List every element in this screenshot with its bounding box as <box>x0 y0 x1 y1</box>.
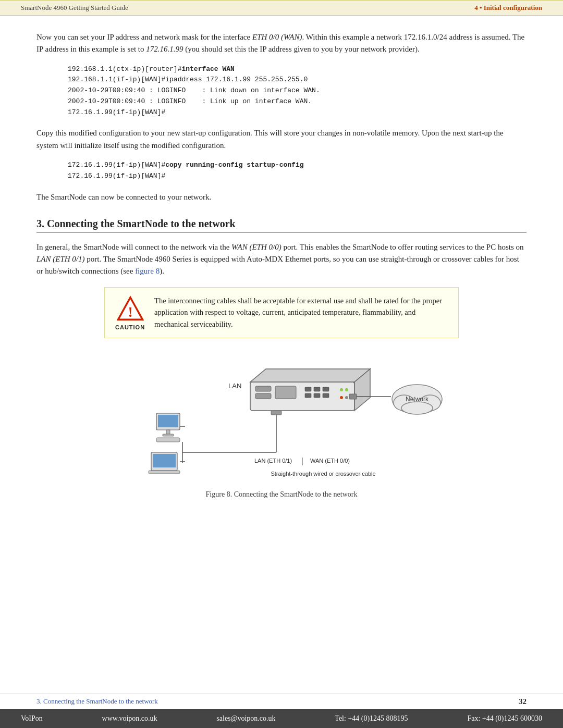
pc2-icon <box>149 452 185 474</box>
svg-rect-25 <box>163 434 174 436</box>
svg-text:LAN (ETH 0/1): LAN (ETH 0/1) <box>254 458 292 464</box>
caution-icon-area: ! CAUTION <box>115 295 145 330</box>
svg-rect-5 <box>255 386 271 391</box>
intro-paragraph: Now you can set your IP address and netw… <box>36 31 527 56</box>
figure-8-link[interactable]: figure 8 <box>135 267 160 275</box>
code-line-1: 192.168.1.1(ctx-ip)[router]#interface WA… <box>68 64 527 75</box>
svg-rect-12 <box>314 393 320 398</box>
svg-rect-30 <box>149 471 180 474</box>
svg-rect-23 <box>158 415 178 427</box>
caution-label: CAUTION <box>115 324 145 330</box>
svg-text:Network: Network <box>406 396 429 403</box>
svg-point-14 <box>340 388 343 391</box>
diagram-caption: Figure 8. Connecting the SmartNode to th… <box>206 490 358 499</box>
section-number: 3. <box>36 218 47 229</box>
pc1-icon <box>156 413 185 442</box>
main-content: Now you can set your IP address and netw… <box>0 31 563 499</box>
caution-triangle-icon: ! <box>117 295 144 322</box>
svg-text:WAN (ETH 0/0): WAN (ETH 0/0) <box>310 458 350 464</box>
section-paragraph: In general, the SmartNode will connect t… <box>36 241 527 278</box>
code-line-5: 172.16.1.99(if-ip)[WAN]# <box>68 107 527 118</box>
svg-rect-11 <box>305 393 311 398</box>
section-title: Connecting the SmartNode to the network <box>47 218 236 229</box>
svg-rect-24 <box>166 430 170 434</box>
code-line-3: 2002-10-29T00:09:40 : LOGINFO : Link dow… <box>68 85 527 96</box>
network-cloud: Network <box>392 385 442 414</box>
svg-point-16 <box>340 396 343 399</box>
header-right: 4 • Initial configuration <box>474 4 542 12</box>
header-bar: SmartNode 4960 Getting Started Guide 4 •… <box>0 0 563 16</box>
footer-nav-link[interactable]: 3. Connecting the SmartNode to the netwo… <box>36 697 158 706</box>
footer-tel: Tel: +44 (0)1245 808195 <box>335 714 408 723</box>
code-line-2: 192.168.1.1(if-ip)[WAN]#ipaddress 172.16… <box>68 75 527 85</box>
footer-brand: VoIPon <box>21 714 43 723</box>
caution-box: ! CAUTION The interconnecting cables sha… <box>104 287 459 338</box>
diagram-area: LAN <box>36 351 527 499</box>
smartnode-connected-paragraph: The SmartNode can now be connected to yo… <box>36 191 527 203</box>
code-line-4: 2002-10-29T00:09:40 : LOGINFO : Link up … <box>68 96 527 107</box>
footer-email: sales@voipon.co.uk <box>216 714 275 723</box>
footer-fax: Fax: +44 (0)1245 600030 <box>467 714 542 723</box>
svg-text:Straight-through wired or cros: Straight-through wired or crossover cabl… <box>271 471 375 477</box>
network-diagram-svg: LAN <box>115 351 448 486</box>
caution-text: The interconnecting cables shall be acce… <box>154 295 448 330</box>
svg-point-39 <box>401 402 433 414</box>
footer: 3. Connecting the SmartNode to the netwo… <box>0 694 563 728</box>
svg-text:!: ! <box>128 304 132 320</box>
page-wrapper: SmartNode 4960 Getting Started Guide 4 •… <box>0 0 563 728</box>
footer-bottom: VoIPon www.voipon.co.uk sales@voipon.co.… <box>0 709 563 728</box>
svg-rect-7 <box>275 386 296 399</box>
svg-rect-10 <box>323 387 329 391</box>
svg-point-17 <box>345 396 348 399</box>
svg-rect-42 <box>271 411 282 415</box>
code-block-1: 192.168.1.1(ctx-ip)[router]#interface WA… <box>68 64 527 118</box>
footer-nav: 3. Connecting the SmartNode to the netwo… <box>0 694 563 709</box>
header-right-text: 4 • Initial configuration <box>474 4 542 11</box>
svg-rect-13 <box>323 393 329 398</box>
footer-website: www.voipon.co.uk <box>102 714 157 723</box>
svg-rect-6 <box>255 393 271 399</box>
code-line-2-1: 172.16.1.99(if-ip)[WAN]#copy running-con… <box>68 160 527 171</box>
svg-marker-3 <box>250 369 370 382</box>
code-block-2: 172.16.1.99(if-ip)[WAN]#copy running-con… <box>68 160 527 182</box>
copy-paragraph: Copy this modified configuration to your… <box>36 127 527 152</box>
lan-label: LAN <box>228 382 241 390</box>
svg-rect-43 <box>349 394 357 399</box>
header-left: SmartNode 4960 Getting Started Guide <box>21 4 128 12</box>
svg-rect-8 <box>305 387 311 391</box>
svg-point-15 <box>345 388 348 391</box>
code-line-2-2: 172.16.1.99(if-ip)[WAN]# <box>68 171 527 182</box>
svg-rect-29 <box>153 454 176 467</box>
smartnode-device <box>250 369 370 411</box>
svg-rect-9 <box>314 387 320 391</box>
section-heading: 3. Connecting the SmartNode to the netwo… <box>36 218 527 233</box>
svg-rect-26 <box>156 438 180 442</box>
page-number: 32 <box>519 697 527 706</box>
